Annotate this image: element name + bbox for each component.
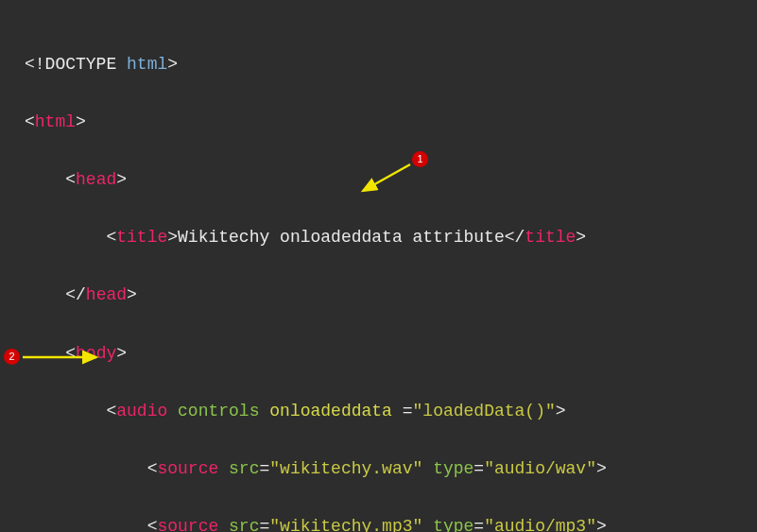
tag-name: source (157, 459, 218, 478)
code-line: <html> (25, 108, 732, 137)
annotation-badge-1: 1 (412, 151, 428, 167)
annotation-badge-2: 2 (4, 349, 20, 365)
tag-name: title (525, 228, 576, 247)
tag-name: source (157, 517, 218, 532)
attr-value: "audio/mp3" (484, 517, 596, 532)
tag-name: head (76, 170, 116, 189)
tag-name: body (76, 344, 116, 363)
code-block: <!DOCTYPE html> <html> <head> <title>Wik… (25, 21, 732, 532)
attr-value: "audio/wav" (484, 459, 596, 478)
attr-name: src (229, 459, 259, 478)
tag-name: audio (116, 402, 167, 420)
tag-name: head (86, 285, 127, 304)
title-text: Wikitechy onloadeddata attribute (178, 228, 505, 247)
tag-name: html (35, 112, 76, 131)
tag-name: title (116, 228, 167, 247)
doctype-keyword: DOCTYPE (45, 55, 117, 74)
code-line: <audio controls onloadeddata ="loadedDat… (25, 397, 732, 426)
code-line: <body> (25, 339, 732, 369)
attr-name: controls (178, 402, 259, 420)
attr-value: "wikitechy.mp3" (269, 517, 422, 532)
code-line: <!DOCTYPE html> (25, 50, 732, 79)
code-line: <head> (25, 165, 732, 195)
code-line: <source src="wikitechy.mp3" type="audio/… (25, 512, 732, 532)
attr-name: onloadeddata (269, 402, 392, 420)
attr-name: src (229, 517, 259, 532)
attr-value: "wikitechy.wav" (269, 459, 422, 478)
code-line: </head> (25, 281, 732, 310)
code-line: <source src="wikitechy.wav" type="audio/… (25, 455, 732, 484)
code-line: <title>Wikitechy onloadeddata attribute<… (25, 223, 732, 252)
doctype-name: html (127, 55, 167, 74)
attr-name: type (433, 517, 473, 532)
attr-value: "loadedData()" (413, 402, 556, 420)
attr-name: type (433, 459, 473, 478)
